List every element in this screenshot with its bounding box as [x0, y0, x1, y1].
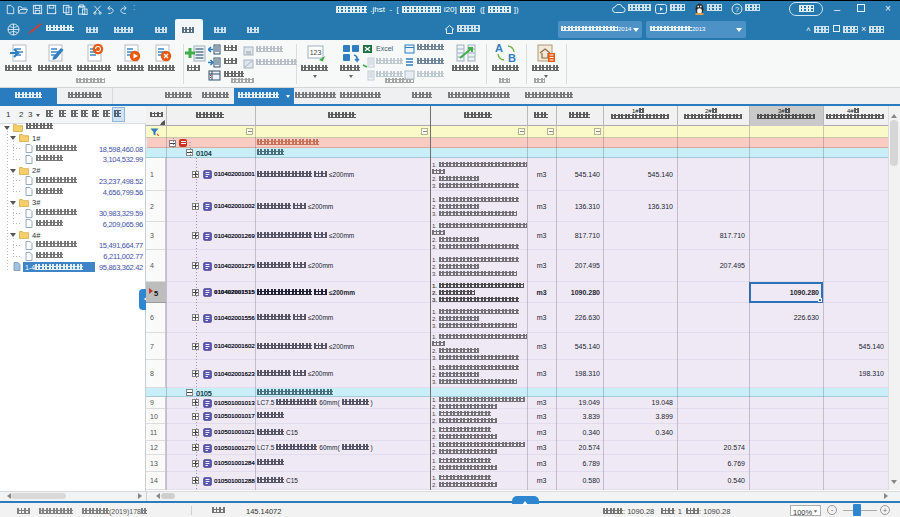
svg-text:?: ?	[735, 5, 739, 14]
svg-text:B: B	[508, 52, 516, 64]
svg-text:123: 123	[310, 49, 322, 56]
svg-text:A: A	[495, 42, 503, 54]
